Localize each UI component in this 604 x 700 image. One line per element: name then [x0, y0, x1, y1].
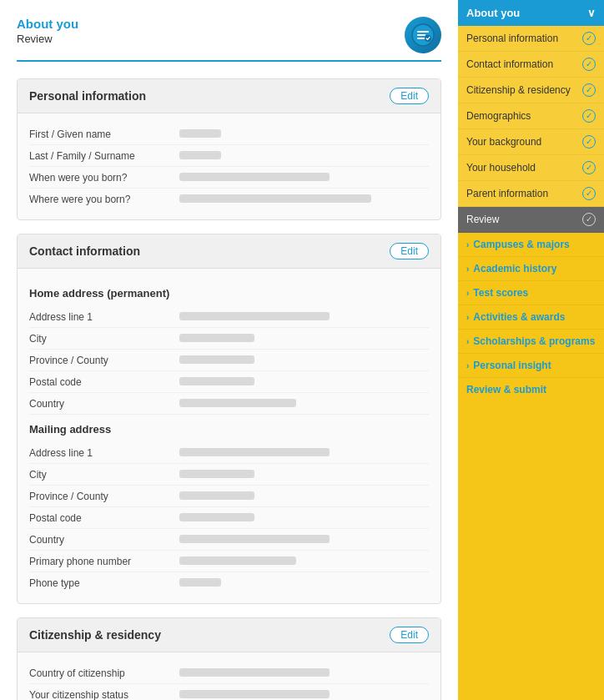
section-header-contact-information: Contact informationEdit	[18, 234, 440, 269]
field-label: Province / County	[29, 491, 179, 502]
field-row: Phone type	[29, 572, 429, 593]
redacted-value	[179, 151, 221, 159]
sidebar-collapsed-activities---awards[interactable]: ›Activities & awards	[458, 305, 604, 330]
redacted-value	[179, 129, 221, 138]
expand-arrow-icon: ›	[466, 289, 469, 298]
sidebar-item-label: Your household	[466, 162, 536, 174]
edit-button-personal-information[interactable]: Edit	[390, 88, 429, 104]
check-icon: ✓	[582, 213, 596, 226]
redacted-value	[179, 513, 254, 521]
section-body-personal-information: First / Given nameLast / Family / Surnam…	[18, 113, 440, 219]
sidebar-item-label: Parent information	[466, 188, 548, 199]
redacted-value	[179, 690, 330, 698]
field-row: Country	[29, 393, 429, 415]
field-label: Primary phone number	[29, 556, 179, 567]
sidebar-item-review[interactable]: Review✓	[458, 207, 604, 233]
field-value	[179, 577, 429, 589]
section-personal-information: Personal informationEditFirst / Given na…	[17, 78, 441, 220]
redacted-value	[179, 535, 330, 543]
svg-rect-1	[417, 31, 429, 33]
subsection-title: Home address (permanent)	[29, 287, 429, 300]
sidebar-item-parent-information[interactable]: Parent information✓	[458, 181, 604, 207]
sections-container: Personal informationEditFirst / Given na…	[17, 78, 441, 700]
redacted-value	[179, 470, 254, 478]
redacted-value	[179, 578, 221, 587]
sidebar-collapsed-academic-history[interactable]: ›Academic history	[458, 257, 604, 281]
collapsed-group-label: Activities & awards	[473, 311, 565, 323]
page-header: About you Review	[17, 17, 441, 62]
field-label: Country of citizenship	[29, 667, 179, 679]
field-label: City	[29, 333, 179, 345]
sidebar-item-your-household[interactable]: Your household✓	[458, 155, 604, 181]
field-value	[179, 397, 429, 410]
field-row: Province / County	[29, 350, 429, 371]
field-value	[179, 193, 429, 205]
field-value	[179, 490, 429, 502]
sidebar-about-you-header[interactable]: About you ∨	[458, 0, 604, 26]
sidebar-item-demographics[interactable]: Demographics✓	[458, 103, 604, 129]
field-value	[179, 667, 429, 679]
field-value	[179, 446, 429, 459]
collapsed-group-label: Academic history	[473, 263, 556, 274]
svg-rect-2	[417, 34, 425, 36]
field-label: Country	[29, 534, 179, 546]
sidebar-item-label: Personal information	[466, 33, 558, 44]
field-label: Last / Family / Surname	[29, 150, 179, 162]
sidebar-item-your-background[interactable]: Your background✓	[458, 129, 604, 155]
check-icon: ✓	[582, 58, 596, 71]
field-value	[179, 128, 429, 140]
sidebar-item-label: Contact information	[466, 58, 553, 70]
redacted-value	[179, 194, 371, 203]
check-icon: ✓	[582, 32, 596, 45]
field-value	[179, 533, 429, 546]
redacted-value	[179, 556, 296, 565]
sidebar-item-label: Citizenship & residency	[466, 84, 571, 96]
field-label: When were you born?	[29, 172, 179, 184]
chevron-icon: ∨	[587, 7, 596, 19]
sidebar-collapsed-scholarships---programs[interactable]: ›Scholarships & programs	[458, 330, 604, 354]
field-row: Where were you born?	[29, 189, 429, 209]
collapsed-group-label: Test scores	[473, 287, 528, 299]
field-value	[179, 468, 429, 481]
about-you-title: About you	[17, 17, 78, 31]
field-label: Country	[29, 398, 179, 410]
sidebar-collapsed-campuses---majors[interactable]: ›Campuses & majors	[458, 233, 604, 257]
edit-button-citizenship-residency[interactable]: Edit	[390, 627, 429, 643]
field-label: First / Given name	[29, 128, 179, 140]
sidebar-item-citizenship---residency[interactable]: Citizenship & residency✓	[458, 78, 604, 103]
field-value	[179, 688, 429, 700]
sidebar-collapsed-personal-insight[interactable]: ›Personal insight	[458, 354, 604, 378]
field-value	[179, 375, 429, 388]
sidebar: About you ∨ Personal information✓Contact…	[458, 0, 604, 700]
field-value	[179, 354, 429, 366]
expand-arrow-icon: ›	[466, 337, 469, 346]
sidebar-collapsed-test-scores[interactable]: ›Test scores	[458, 281, 604, 305]
field-row: First / Given name	[29, 123, 429, 145]
subsection-title: Mailing address	[29, 423, 429, 436]
expand-arrow-icon: ›	[466, 240, 469, 249]
edit-button-contact-information[interactable]: Edit	[390, 243, 429, 259]
field-row: City	[29, 328, 429, 350]
field-label: Postal code	[29, 512, 179, 524]
redacted-value	[179, 399, 296, 407]
section-header-personal-information: Personal informationEdit	[18, 79, 440, 113]
section-body-citizenship-residency: Country of citizenshipYour citizenship s…	[18, 652, 440, 700]
field-label: Address line 1	[29, 447, 179, 459]
sidebar-item-contact-information[interactable]: Contact information✓	[458, 52, 604, 78]
sidebar-item-personal-information[interactable]: Personal information✓	[458, 26, 604, 52]
field-row: Postal code	[29, 507, 429, 529]
field-row: Province / County	[29, 486, 429, 507]
field-row: When were you born?	[29, 167, 429, 189]
field-row: Country of citizenship	[29, 662, 429, 684]
field-value	[179, 310, 429, 323]
field-row: City	[29, 464, 429, 486]
sidebar-group-label: About you	[466, 7, 520, 19]
section-title-citizenship-residency: Citizenship & residency	[29, 628, 161, 642]
expand-arrow-icon: ›	[466, 313, 469, 322]
sidebar-review-submit[interactable]: Review & submit	[458, 378, 604, 401]
field-label: Address line 1	[29, 311, 179, 323]
check-icon: ✓	[582, 161, 596, 174]
redacted-value	[179, 355, 254, 364]
expand-arrow-icon: ›	[466, 264, 469, 274]
sidebar-item-label: Demographics	[466, 110, 531, 122]
